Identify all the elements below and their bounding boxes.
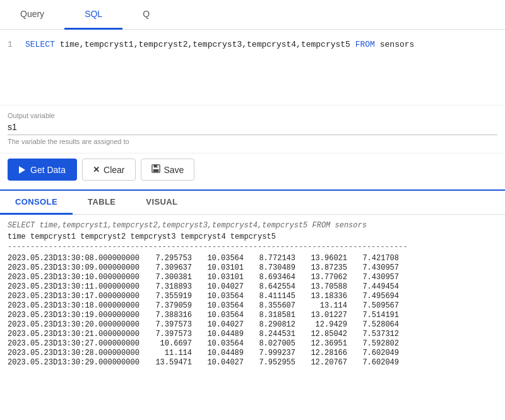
tab-table[interactable]: TABLE — [73, 191, 131, 215]
table-row: 2023.05.23D13:30:27.00000000010.669710.0… — [8, 339, 497, 348]
svg-rect-3 — [157, 165, 158, 167]
sql-fields: time,tempcryst1,tempcryst2,tempcryst3,te… — [60, 40, 355, 49]
tab-visual[interactable]: VISUAL — [131, 191, 193, 215]
table-row: 2023.05.23D13:30:21.0000000007.39757310.… — [8, 330, 497, 339]
top-tabs: Query SQL Q — [0, 0, 505, 30]
table-row: 2023.05.23D13:30:28.00000000011.11410.04… — [8, 349, 497, 357]
console-divider: ----------------------------------------… — [8, 243, 497, 251]
console-rows: 2023.05.23D13:30:08.0000000007.29575310.… — [8, 254, 497, 367]
table-row: 2023.05.23D13:30:11.0000000007.31889310.… — [8, 282, 497, 291]
tab-console[interactable]: CONSOLE — [0, 191, 73, 215]
save-icon — [152, 164, 160, 175]
sql-content: SELECT time,tempcryst1,tempcryst2,tempcr… — [25, 40, 414, 49]
svg-rect-2 — [153, 169, 158, 172]
sql-editor[interactable]: 1 SELECT time,tempcryst1,tempcryst2,temp… — [0, 30, 505, 105]
console-query: SELECT time,tempcryst1,tempcryst2,tempcr… — [8, 221, 497, 230]
save-label: Save — [164, 165, 184, 175]
tab-query[interactable]: Query — [0, 0, 64, 30]
x-icon: ✕ — [93, 165, 100, 174]
get-data-button[interactable]: Get Data — [8, 159, 77, 181]
select-keyword: SELECT — [25, 40, 55, 49]
table-row: 2023.05.23D13:30:29.00000000013.5947110.… — [8, 358, 497, 367]
sql-line-1: 1 SELECT time,tempcryst1,tempcryst2,temp… — [8, 40, 497, 49]
console-header: time tempcryst1 tempcryst2 tempcryst3 te… — [8, 232, 497, 241]
play-icon — [19, 166, 25, 174]
sql-table: sensors — [380, 40, 415, 49]
action-buttons: Get Data ✕ Clear Save — [0, 153, 505, 191]
console-output: SELECT time,tempcryst1,tempcryst2,tempcr… — [0, 215, 505, 374]
table-row: 2023.05.23D13:30:19.0000000007.38831610.… — [8, 311, 497, 320]
output-variable-hint: The variable the results are assigned to — [8, 138, 497, 145]
tab-sql[interactable]: SQL — [64, 0, 122, 30]
table-row: 2023.05.23D13:30:08.0000000007.29575310.… — [8, 254, 497, 263]
table-row: 2023.05.23D13:30:18.0000000007.37905910.… — [8, 301, 497, 310]
clear-button[interactable]: ✕ Clear — [82, 159, 135, 181]
output-variable-label: Output variable — [8, 112, 497, 119]
table-row: 2023.05.23D13:30:10.0000000007.30038110.… — [8, 273, 497, 282]
table-row: 2023.05.23D13:30:09.0000000007.30963710.… — [8, 263, 497, 272]
output-section: Output variable s1 The variable the resu… — [0, 105, 505, 153]
from-keyword: FROM — [355, 40, 375, 49]
tab-q[interactable]: Q — [122, 0, 170, 30]
output-variable-value[interactable]: s1 — [8, 122, 497, 135]
table-row: 2023.05.23D13:30:20.0000000007.39757310.… — [8, 320, 497, 329]
save-button[interactable]: Save — [141, 159, 195, 181]
clear-label: Clear — [104, 165, 124, 175]
sub-tabs: CONSOLE TABLE VISUAL — [0, 191, 505, 215]
table-row: 2023.05.23D13:30:17.0000000007.35591910.… — [8, 292, 497, 301]
line-number: 1 — [8, 40, 18, 49]
get-data-label: Get Data — [30, 165, 66, 175]
